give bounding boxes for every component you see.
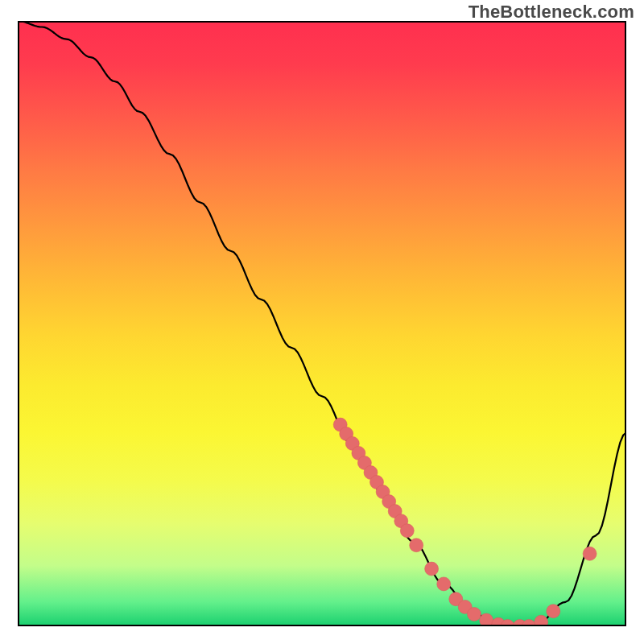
scatter-point bbox=[583, 547, 597, 560]
scatter-point bbox=[547, 605, 560, 618]
scatter-point bbox=[410, 539, 423, 552]
watermark-text: TheBottleneck.com bbox=[469, 2, 634, 23]
scatter-point bbox=[480, 613, 493, 626]
scatter-point bbox=[425, 562, 439, 576]
bottleneck-curve bbox=[18, 21, 626, 626]
scatter-point bbox=[468, 608, 481, 621]
scatter-point bbox=[437, 577, 451, 591]
scatter-group bbox=[333, 418, 597, 626]
plot-area bbox=[18, 21, 626, 626]
scatter-point bbox=[535, 615, 548, 626]
chart-container: TheBottleneck.com bbox=[0, 0, 644, 644]
scatter-point bbox=[522, 620, 536, 627]
scatter-point bbox=[400, 524, 414, 538]
chart-svg bbox=[18, 21, 626, 626]
